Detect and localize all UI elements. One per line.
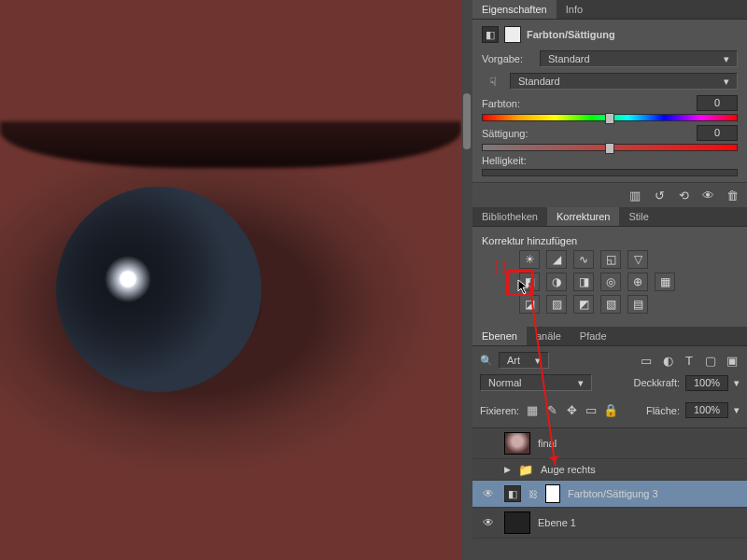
tab-info[interactable]: Info — [557, 0, 592, 19]
filter-adjust-icon[interactable]: ◐ — [660, 354, 675, 367]
lightness-slider[interactable] — [482, 169, 738, 176]
photo-filter-icon[interactable]: ◎ — [600, 273, 621, 291]
tab-styles[interactable]: Stile — [619, 207, 657, 226]
tab-libraries[interactable]: Bibliotheken — [472, 207, 547, 226]
lock-pixels-icon[interactable]: ✎ — [544, 404, 559, 417]
visibility-toggle[interactable]: 👁 — [480, 516, 497, 529]
previous-state-icon[interactable]: ↺ — [652, 189, 667, 202]
layer-name[interactable]: Farbton/Sättigung 3 — [568, 488, 740, 499]
blend-mode-dropdown[interactable]: Normal▾ — [480, 374, 592, 391]
fill-label: Fläche: — [646, 405, 680, 416]
preset-label: Vorgabe: — [482, 53, 534, 64]
layer-row[interactable]: 👁 Ebene 1 — [472, 508, 747, 539]
visibility-toggle[interactable]: 👁 — [480, 487, 497, 500]
gradient-map-icon[interactable]: ▤ — [627, 295, 648, 314]
color-balance-icon[interactable]: ◑ — [546, 273, 567, 291]
canvas-scrollbar[interactable] — [461, 0, 472, 560]
adjustment-type-icon: ◧ — [482, 26, 499, 43]
saturation-label: Sättigung: — [482, 128, 529, 139]
document-canvas[interactable] — [0, 0, 461, 560]
tab-channels[interactable]: anäle — [527, 327, 571, 345]
fill-value[interactable]: 100% — [685, 402, 728, 418]
cursor-icon — [517, 279, 530, 296]
annotation-step-number: 11 — [491, 257, 509, 278]
lock-transparent-icon[interactable]: ▦ — [525, 404, 540, 417]
toggle-visibility-icon[interactable]: 👁 — [700, 189, 715, 202]
group-disclosure-icon[interactable]: ▶ — [504, 465, 511, 474]
invert-icon[interactable]: ◪ — [519, 295, 540, 314]
filter-type-icon[interactable]: T — [682, 354, 697, 367]
tab-corrections[interactable]: Korrekturen — [547, 207, 619, 226]
black-white-icon[interactable]: ◨ — [573, 273, 594, 291]
hue-slider[interactable] — [482, 114, 738, 121]
reset-icon[interactable]: ⟲ — [676, 189, 691, 202]
clip-to-layer-icon[interactable]: ▥ — [627, 189, 642, 202]
filter-smart-icon[interactable]: ▣ — [725, 354, 740, 367]
lock-position-icon[interactable]: ✥ — [564, 404, 579, 417]
opacity-label: Deckkraft: — [633, 377, 680, 388]
filter-shape-icon[interactable]: ▢ — [703, 354, 718, 367]
brightness-contrast-icon[interactable]: ☀ — [519, 250, 540, 269]
tab-paths[interactable]: Pfade — [571, 327, 616, 345]
threshold-icon[interactable]: ◩ — [573, 295, 594, 314]
opacity-value[interactable]: 100% — [685, 375, 728, 391]
color-lookup-icon[interactable]: ▦ — [655, 273, 675, 291]
posterize-icon[interactable]: ▨ — [546, 295, 567, 314]
layer-mask-thumbnail[interactable] — [545, 484, 560, 503]
preset-dropdown[interactable]: Standard▾ — [540, 50, 738, 67]
layer-name[interactable]: Auge rechts — [541, 464, 740, 475]
lock-label: Fixieren: — [480, 405, 519, 416]
add-correction-label: Korrektur hinzufügen — [482, 233, 738, 248]
layer-name[interactable]: final — [538, 438, 740, 449]
folder-icon: 📁 — [518, 463, 533, 476]
targeted-adjust-tool[interactable]: ☟ — [482, 73, 504, 90]
lock-all-icon[interactable]: 🔒 — [603, 404, 618, 417]
channel-dropdown[interactable]: Standard▾ — [510, 73, 738, 90]
hue-label: Farbton: — [482, 98, 520, 109]
layer-thumbnail — [504, 432, 530, 455]
trash-icon[interactable]: 🗑 — [725, 189, 740, 202]
curves-icon[interactable]: ∿ — [573, 250, 594, 269]
saturation-slider[interactable] — [482, 144, 738, 151]
tab-properties[interactable]: Eigenschaften — [472, 0, 557, 19]
exposure-icon[interactable]: ◱ — [600, 250, 621, 269]
lock-artboard-icon[interactable]: ▭ — [584, 404, 599, 417]
adjustment-title: Farbton/Sättigung — [527, 29, 615, 40]
layer-row[interactable]: 👁 ◧ ⛓ Farbton/Sättigung 3 — [472, 481, 747, 508]
filter-pixel-icon[interactable]: ▭ — [639, 354, 654, 367]
lightness-label: Helligkeit: — [482, 155, 527, 166]
layer-name[interactable]: Ebene 1 — [538, 517, 740, 528]
vibrance-icon[interactable]: ▽ — [627, 250, 648, 269]
layer-thumbnail — [504, 511, 530, 534]
channel-mixer-icon[interactable]: ⊕ — [627, 273, 648, 291]
hue-value[interactable]: 0 — [697, 95, 738, 111]
link-mask-icon[interactable]: ⛓ — [529, 489, 538, 499]
mask-icon — [504, 26, 521, 43]
layer-filter-kind[interactable]: Art▾ — [499, 352, 549, 369]
search-icon: 🔍 — [480, 355, 493, 367]
layer-row[interactable]: ▶ 📁 Auge rechts — [472, 459, 747, 481]
adjustment-layer-icon: ◧ — [504, 485, 521, 502]
selective-color-icon[interactable]: ▧ — [600, 295, 621, 314]
tab-layers[interactable]: Ebenen — [472, 327, 527, 345]
layer-row[interactable]: final — [472, 428, 747, 459]
saturation-value[interactable]: 0 — [697, 125, 738, 141]
levels-icon[interactable]: ◢ — [546, 250, 567, 269]
